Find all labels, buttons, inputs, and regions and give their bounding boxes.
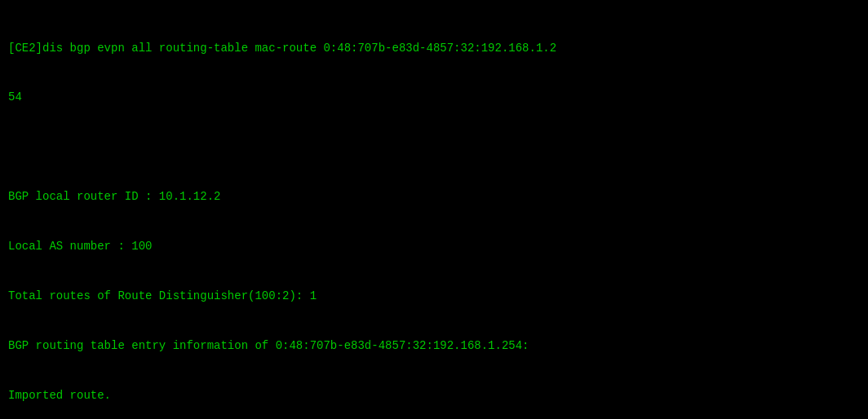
terminal-output: [CE2]dis bgp evpn all routing-table mac-… bbox=[8, 7, 860, 419]
cmd-line-cont: 54 bbox=[8, 89, 860, 105]
cmd-line: [CE2]dis bgp evpn all routing-table mac-… bbox=[8, 40, 860, 56]
imported-route-line: Imported route. bbox=[8, 387, 860, 404]
total-routes-line: Total routes of Route Distinguisher(100:… bbox=[8, 288, 860, 304]
blank-line bbox=[8, 139, 860, 155]
router-id-line: BGP local router ID : 10.1.12.2 bbox=[8, 188, 860, 205]
bgp-table-entry-line: BGP routing table entry information of 0… bbox=[8, 337, 860, 354]
as-number-line: Local AS number : 100 bbox=[8, 238, 860, 254]
